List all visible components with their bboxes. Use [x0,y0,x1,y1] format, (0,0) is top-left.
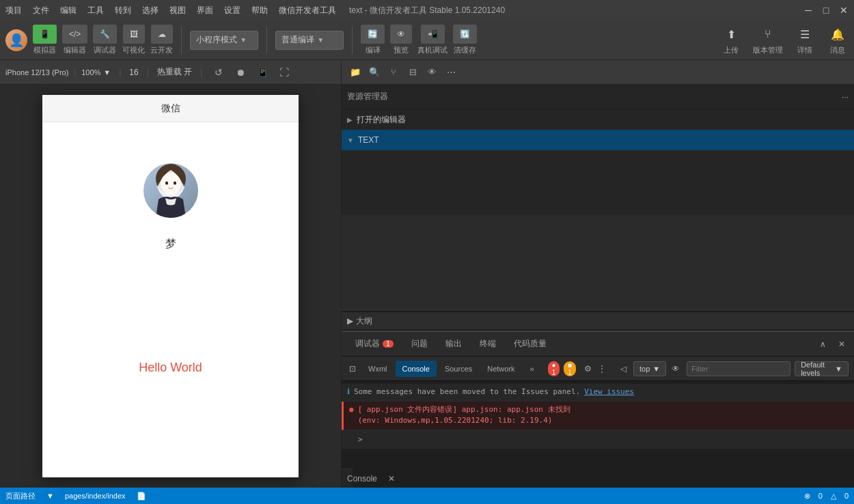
search-toolbar-icon[interactable]: 🔍 [366,64,383,81]
code-quality-tab-label: 代码质量 [514,338,547,350]
devtools-select-icon[interactable]: ⊡ [347,362,357,376]
visual-button[interactable]: 🖼 可视化 [122,25,145,55]
clear-cache-button[interactable]: 🔃 清缓存 [453,25,477,55]
resource-more-icon[interactable]: ··· [842,92,849,102]
character-name: 梦 [165,237,176,251]
outline-panel: ▶ 大纲 [342,311,854,331]
output-tab-label: 输出 [445,338,462,350]
git-icon[interactable]: ⑂ [385,64,402,81]
debugger-label: 调试器 [94,45,116,55]
menu-item-edit[interactable]: 编辑 [60,5,77,16]
subtab-more[interactable]: » [523,361,541,377]
levels-arrow: ▼ [835,365,842,373]
outline-arrow[interactable]: ▶ [347,316,353,326]
menu-item-file[interactable]: 文件 [33,5,49,16]
tab-code-quality[interactable]: 代码质量 [506,335,555,354]
compile-button[interactable]: 🔄 编译 [361,25,385,55]
file-icon: 📄 [137,492,146,501]
subtab-sources[interactable]: Sources [438,361,479,377]
path-arrow[interactable]: ▼ [46,492,54,500]
simulator-icon: 📱 [40,29,50,39]
console-left-icon[interactable]: ◁ [617,362,631,376]
text-section[interactable]: ▼ TEXT [342,130,854,150]
hello-world-text: Hello World [139,361,202,375]
eye-console-icon[interactable]: 👁 [669,362,683,376]
main-toolbar: 👤 📱 模拟器 </> 编辑器 🔧 调试器 🖼 可视化 ☁ 云开发 小程序模式 … [0,20,854,60]
title-bar: 项目 文件 编辑 工具 转到 选择 视图 界面 设置 帮助 微信开发者工具 te… [0,0,854,20]
top-selector[interactable]: top ▼ [633,361,666,376]
error-message-text: [ app.json 文件内容错误] app.json: app.json 未找… [358,404,570,427]
view-issues-link[interactable]: View issues [584,387,634,398]
log-levels-selector[interactable]: Default levels ▼ [795,361,849,376]
tab-issues[interactable]: 问题 [403,335,436,354]
toolbar-separator-1 [181,27,182,54]
more-toolbar-icon[interactable]: ⋯ [443,64,459,81]
console-filter-input[interactable] [687,361,790,376]
menu-item-goto[interactable]: 转到 [115,5,131,16]
preview-button[interactable]: 👁 预览 [390,25,412,55]
top-selector-area: ◁ top ▼ 👁 [617,361,683,376]
mode-selector[interactable]: 小程序模式 ▼ [190,31,258,50]
console-badges: ● 1 ■ 1 [548,361,576,376]
devtools-more-icon[interactable]: ⋮ [597,362,607,376]
cloud-button[interactable]: ☁ 云开发 [150,25,173,55]
phone-header: 微信 [42,95,299,122]
phone-icon[interactable]: 📱 [254,64,271,81]
tab-terminal[interactable]: 终端 [471,335,504,354]
expand-arrow-icon[interactable]: > [358,434,363,446]
record-icon[interactable]: ⏺ [232,64,249,81]
title-bar-menu: 项目 文件 编辑 工具 转到 选择 视图 界面 设置 帮助 微信开发者工具 [5,5,336,16]
maximize-button[interactable]: □ [821,5,831,15]
cloud-label: 云开发 [150,45,173,55]
tab-debugger[interactable]: 调试器 1 [347,335,402,354]
real-debug-button[interactable]: 📲 真机调试 [417,25,447,55]
open-editors-section[interactable]: ▶ 打开的编辑器 [342,109,854,130]
message-button[interactable]: 🔔 消息 [827,25,849,55]
console-drawer-label: Console [347,474,377,484]
debugger-button[interactable]: 🔧 调试器 [93,25,117,55]
menu-item-interface[interactable]: 界面 [197,5,213,16]
devtools-up-icon[interactable]: ∧ [816,337,829,351]
menu-item-help[interactable]: 帮助 [251,5,268,16]
editor-icon: </> [69,29,81,39]
menu-item-view[interactable]: 视图 [169,5,186,16]
devtools-settings-icon[interactable]: ⚙ [583,362,593,376]
detail-button[interactable]: ☰ 详情 [794,25,816,55]
upload-button[interactable]: ⬆ 上传 [720,25,742,55]
error-icon: ● [349,404,354,416]
compile-selector[interactable]: 普通编译 ▼ [275,31,344,50]
menu-item-select[interactable]: 选择 [142,5,159,16]
menu-item-settings[interactable]: 设置 [224,5,240,16]
fullscreen-icon[interactable]: ⛶ [276,64,292,81]
split-icon[interactable]: ⊟ [404,64,421,81]
refresh-icon[interactable]: ↺ [210,64,227,81]
version-button[interactable]: ⑂ 版本管理 [753,25,783,55]
subtab-console[interactable]: Console [396,361,437,377]
eye-toolbar-icon[interactable]: 👁 [424,64,440,81]
minimize-button[interactable]: ─ [803,5,813,15]
hot-reload-label: 热重载 开 [157,66,192,78]
close-button[interactable]: ✕ [839,5,849,15]
subtab-network[interactable]: Network [480,361,521,377]
menu-item-project[interactable]: 项目 [5,5,22,16]
wxml-tab-label: Wxml [368,365,387,373]
info-icon: ℹ [347,387,350,398]
subtab-wxml[interactable]: Wxml [361,361,394,377]
phone-avatar [143,163,198,218]
devtools-close-icon[interactable]: ✕ [835,337,849,351]
version-label: 版本管理 [753,45,783,55]
editor-button[interactable]: </> 编辑器 [62,25,87,55]
menu-item-wechat[interactable]: 微信开发者工具 [279,5,336,16]
levels-label: Default levels [801,361,832,377]
tab-output[interactable]: 输出 [437,335,470,354]
menu-item-tools[interactable]: 工具 [87,5,104,16]
console-drawer-close-icon[interactable]: ✕ [388,474,395,484]
toolbar-right-area: ⬆ 上传 ⑂ 版本管理 ☰ 详情 🔔 消息 [720,25,849,55]
simulator-button[interactable]: 📱 模拟器 [33,25,57,55]
files-icon[interactable]: 📁 [347,64,363,81]
open-editors-label: 打开的编辑器 [357,114,406,126]
version-icon: ⑂ [757,25,779,44]
devtools-subtabs: Wxml Console Sources Network » [361,361,541,377]
device-selector[interactable]: iPhone 12/13 (Pro) | 100% ▼ [5,68,111,76]
main-content: iPhone 12/13 (Pro) | 100% ▼ | 16 | 热重载 开… [0,60,854,488]
